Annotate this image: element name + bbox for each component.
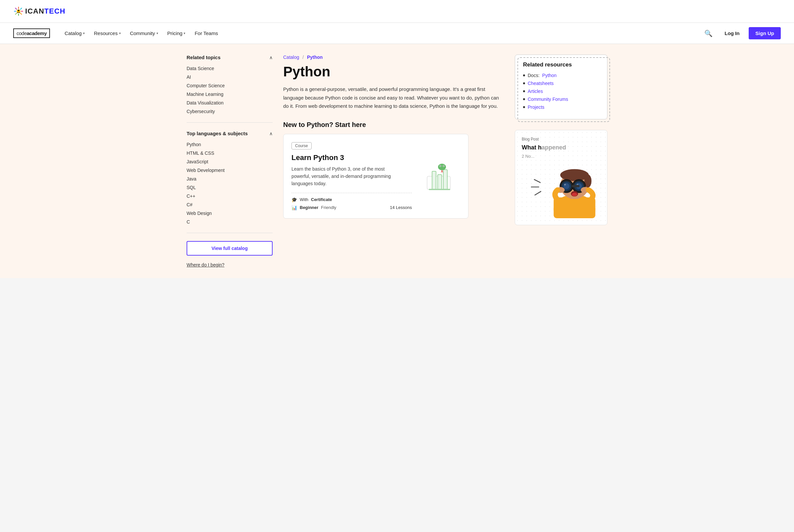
right-panel: Related resources Docs: Python Cheatshee… — [515, 55, 607, 267]
svg-line-20 — [534, 179, 540, 183]
sidebar-item-javascript[interactable]: JavaScript — [187, 157, 273, 166]
resource-dot — [523, 74, 525, 76]
breadcrumb-catalog[interactable]: Catalog — [283, 55, 299, 60]
sidebar-item-computer-science[interactable]: Computer Science — [187, 81, 273, 90]
related-resources-title: Related resources — [523, 61, 599, 68]
resource-item-articles: Articles — [523, 89, 599, 94]
related-resources-box: Related resources Docs: Python Cheatshee… — [515, 55, 607, 119]
resource-item-docs: Docs: Python — [523, 73, 599, 78]
sidebar-item-python[interactable]: Python — [187, 140, 273, 149]
sidebar-item-data-viz[interactable]: Data Visualization — [187, 98, 273, 107]
resource-articles-link[interactable]: Articles — [528, 89, 543, 94]
course-illustration — [417, 142, 460, 210]
character-svg — [518, 165, 607, 218]
where-do-i-begin-link[interactable]: Where do I begin? — [187, 262, 273, 267]
brand-academy: academy — [27, 31, 47, 36]
nav-for-teams-label: For Teams — [195, 31, 218, 36]
section-heading: New to Python? Start here — [283, 121, 504, 129]
sidebar-item-web-design[interactable]: Web Design — [187, 209, 273, 217]
top-languages-header: Top languages & subjects ∧ — [187, 131, 273, 136]
chevron-down-icon: ▾ — [156, 32, 158, 35]
difficulty-label: Beginner — [300, 205, 318, 210]
navbar: codeacademy Catalog ▾ Resources ▾ Commun… — [0, 23, 794, 44]
nav-pricing-label: Pricing — [167, 31, 183, 36]
svg-line-8 — [15, 13, 17, 15]
view-catalog-button[interactable]: View full catalog — [187, 241, 273, 255]
resource-item-cheatsheets: Cheatsheets — [523, 81, 599, 86]
nav-pricing[interactable]: Pricing ▾ — [163, 28, 189, 39]
svg-point-19 — [443, 165, 444, 166]
logo-can: CAN — [27, 7, 44, 15]
main-content: Catalog / Python Python Python is a gene… — [283, 55, 504, 267]
sidebar-item-cpp[interactable]: C++ — [187, 192, 273, 201]
icantech-logo: ICANTECH — [13, 6, 781, 17]
svg-line-22 — [535, 191, 541, 195]
nav-for-teams[interactable]: For Teams — [190, 28, 222, 39]
course-meta: 🎓 With Certificate 📊 Beginner Friendly 1… — [292, 193, 412, 210]
sidebar-item-machine-learning[interactable]: Machine Learning — [187, 90, 273, 98]
course-description: Learn the basics of Python 3, one of the… — [292, 165, 404, 188]
nav-catalog[interactable]: Catalog ▾ — [60, 28, 89, 39]
binoculars-illustration — [515, 165, 607, 225]
sidebar-item-ai[interactable]: AI — [187, 73, 273, 81]
resource-forums-link[interactable]: Community Forums — [528, 97, 568, 102]
difficulty-icon: 📊 — [292, 205, 297, 210]
chevron-down-icon: ▾ — [83, 32, 85, 35]
sidebar: Related topics ∧ Data Science AI Compute… — [187, 55, 273, 267]
certificate-value: Certificate — [311, 197, 332, 202]
course-card-inner: Course Learn Python 3 Learn the basics o… — [292, 142, 460, 210]
top-bar: ICANTECH — [0, 0, 794, 23]
sidebar-item-html-css[interactable]: HTML & CSS — [187, 149, 273, 157]
content-area: Related topics ∧ Data Science AI Compute… — [179, 44, 615, 278]
nav-community-label: Community — [130, 31, 155, 36]
navbar-brand[interactable]: codeacademy — [13, 28, 50, 38]
resource-cheatsheets-link[interactable]: Cheatsheets — [528, 81, 554, 86]
login-button[interactable]: Log In — [721, 28, 743, 39]
related-topics-header: Related topics ∧ — [187, 55, 273, 60]
brand-code: code — [17, 31, 27, 36]
nav-catalog-label: Catalog — [64, 31, 82, 36]
signup-button[interactable]: Sign Up — [749, 27, 781, 39]
resource-projects-link[interactable]: Projects — [528, 104, 544, 110]
nav-resources[interactable]: Resources ▾ — [90, 28, 125, 39]
blog-title: What happened — [522, 144, 601, 151]
collapse-icon-2[interactable]: ∧ — [269, 131, 273, 136]
search-button[interactable]: 🔍 — [702, 27, 715, 40]
difficulty-value: Friendly — [321, 205, 336, 210]
svg-line-6 — [20, 13, 22, 15]
breadcrumb: Catalog / Python — [283, 55, 504, 60]
resource-docs-label: Docs: — [528, 73, 540, 78]
resource-docs-link[interactable]: Python — [542, 73, 557, 78]
svg-rect-37 — [572, 185, 579, 187]
course-text: Course Learn Python 3 Learn the basics o… — [292, 142, 412, 210]
related-topics-title: Related topics — [187, 55, 221, 60]
certificate-label: With — [300, 197, 308, 202]
sidebar-item-data-science[interactable]: Data Science — [187, 64, 273, 73]
resource-item-forums: Community Forums — [523, 97, 599, 102]
sidebar-item-c[interactable]: C — [187, 217, 273, 226]
course-badge: Course — [292, 142, 312, 149]
related-topics-section: Related topics ∧ Data Science AI Compute… — [187, 55, 273, 123]
top-languages-title: Top languages & subjects — [187, 131, 248, 136]
lessons-count: 14 Lessons — [390, 205, 412, 210]
sidebar-item-csharp[interactable]: C# — [187, 201, 273, 209]
sidebar-item-web-dev[interactable]: Web Development — [187, 166, 273, 175]
svg-point-39 — [572, 193, 577, 196]
resource-item-projects: Projects — [523, 104, 599, 110]
svg-point-15 — [438, 164, 446, 170]
blog-date: 2 No... — [522, 154, 601, 159]
sidebar-item-sql[interactable]: SQL — [187, 183, 273, 192]
collapse-icon[interactable]: ∧ — [269, 55, 273, 60]
svg-point-9 — [18, 10, 20, 11]
resource-dot-2 — [523, 82, 525, 84]
certificate-meta: 🎓 With Certificate — [292, 197, 412, 202]
svg-line-5 — [15, 8, 17, 9]
top-languages-section: Top languages & subjects ∧ Python HTML &… — [187, 131, 273, 233]
nav-links: Catalog ▾ Resources ▾ Community ▾ Pricin… — [60, 28, 702, 39]
difficulty-meta: 📊 Beginner Friendly 14 Lessons — [292, 205, 412, 210]
nav-resources-label: Resources — [94, 31, 118, 36]
sidebar-item-cybersecurity[interactable]: Cybersecurity — [187, 107, 273, 116]
svg-rect-14 — [429, 189, 450, 190]
sidebar-item-java[interactable]: Java — [187, 175, 273, 183]
nav-community[interactable]: Community ▾ — [126, 28, 162, 39]
